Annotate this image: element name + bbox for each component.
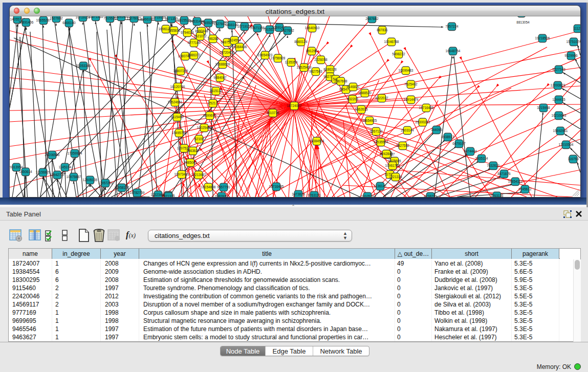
svg-text:1527602: 1527602 [281,29,294,32]
svg-text:7632621: 7632621 [487,164,500,167]
svg-text:10973493: 10973493 [175,172,189,176]
svg-text:19384554: 19384554 [310,139,324,143]
svg-text:16914479: 16914479 [404,98,419,101]
svg-text:10046788: 10046788 [384,40,399,43]
svg-text:7857224: 7857224 [445,25,459,28]
svg-text:3624554: 3624554 [228,38,241,42]
svg-text:10958107: 10958107 [115,186,129,189]
svg-text:8660124: 8660124 [294,40,308,43]
svg-text:1135359: 1135359 [285,60,298,64]
svg-text:18724007: 18724007 [287,104,302,107]
svg-text:9827503: 9827503 [309,70,322,73]
svg-text:15276021: 15276021 [127,16,142,20]
svg-text:9313954: 9313954 [10,165,23,169]
svg-text:7625402: 7625402 [404,82,418,86]
svg-text:20364436: 20364436 [232,45,247,49]
svg-text:25300213: 25300213 [416,120,430,124]
svg-text:19654925: 19654925 [362,119,377,122]
svg-text:6794028: 6794028 [181,31,194,34]
svg-text:8471676: 8471676 [497,172,511,176]
svg-text:4738299: 4738299 [424,194,437,197]
svg-text:8427552: 8427552 [396,144,409,147]
svg-text:2935114: 2935114 [475,157,488,160]
svg-text:6466160: 6466160 [62,21,76,25]
svg-text:10671355: 10671355 [89,16,103,18]
svg-text:12093823: 12093823 [551,83,565,87]
svg-text:832203: 832203 [347,97,358,101]
svg-text:19756928: 19756928 [271,56,286,60]
svg-text:1145194: 1145194 [59,165,72,169]
svg-text:10688609: 10688609 [215,62,230,66]
svg-text:13535594: 13535594 [374,140,388,144]
svg-text:9463627: 9463627 [186,149,200,152]
svg-text:18807249: 18807249 [173,69,188,73]
svg-text:15751074: 15751074 [567,40,580,43]
svg-text:1450614: 1450614 [19,170,32,173]
svg-text:1527602: 1527602 [50,16,63,20]
svg-text:12942737: 12942737 [50,173,65,177]
svg-text:17010504: 17010504 [559,143,574,146]
svg-text:1527602: 1527602 [213,22,227,26]
svg-text:2226058: 2226058 [314,58,328,61]
svg-text:15716485: 15716485 [269,185,284,188]
svg-text:2967608: 2967608 [334,79,347,83]
svg-text:10975887: 10975887 [67,175,81,179]
svg-text:18524651: 18524651 [168,100,183,104]
svg-text:9699695: 9699695 [203,114,216,117]
svg-text:15692961: 15692961 [553,129,568,133]
svg-text:887831: 887831 [377,28,388,32]
svg-text:15495758: 15495758 [172,131,187,135]
svg-text:1362615: 1362615 [355,107,368,111]
svg-text:16210643: 16210643 [552,114,567,117]
svg-text:16648754: 16648754 [446,49,461,53]
svg-text:1221338: 1221338 [389,175,402,179]
svg-text:62100: 62100 [194,137,204,141]
svg-text:1112..: 1112.. [573,27,580,30]
svg-text:1588520: 1588520 [358,91,372,95]
svg-text:7515526: 7515526 [178,18,191,22]
svg-text:7485063: 7485063 [184,161,197,164]
svg-text:0310518: 0310518 [361,194,374,197]
svg-text:2687682: 2687682 [365,17,379,20]
svg-text:7871331: 7871331 [162,194,175,197]
svg-text:17359924: 17359924 [68,151,82,155]
svg-text:9884067: 9884067 [213,76,227,79]
svg-text:10854112: 10854112 [508,180,523,183]
svg-text:8938913: 8938913 [441,135,454,139]
svg-text:9227343: 9227343 [552,68,565,71]
svg-text:17957253: 17957253 [98,181,113,185]
svg-text:9777169: 9777169 [187,41,201,45]
svg-text:9763110: 9763110 [308,193,321,197]
svg-text:1615132: 1615132 [209,89,223,93]
svg-text:20206556: 20206556 [45,153,60,157]
svg-text:8322037: 8322037 [375,96,388,100]
svg-text:3215958: 3215958 [537,106,550,110]
svg-text:9474444: 9474444 [464,149,477,153]
svg-text:19218506: 19218506 [535,36,550,40]
svg-text:7986372: 7986372 [187,53,201,57]
svg-text:16099483: 16099483 [399,69,413,72]
svg-text:15720407: 15720407 [220,51,234,54]
svg-text:16782759: 16782759 [130,191,145,194]
svg-text:20891406: 20891406 [19,20,34,24]
svg-text:1010738: 1010738 [266,111,279,115]
svg-text:3763116: 3763116 [491,194,504,197]
svg-text:13525419: 13525419 [297,65,312,69]
svg-text:20053346: 20053346 [76,64,91,68]
svg-text:116753: 116753 [568,157,579,161]
svg-text:16120746: 16120746 [170,85,185,89]
svg-text:0983930: 0983930 [215,194,228,197]
svg-text:891295: 891295 [306,49,317,53]
svg-text:7955812: 7955812 [167,29,181,32]
svg-text:746266: 746266 [207,37,219,40]
svg-text:3267110: 3267110 [370,129,383,133]
svg-text:1136141: 1136141 [374,184,387,188]
svg-text:12505135: 12505135 [83,178,98,182]
svg-text:9146821: 9146821 [346,85,360,89]
svg-text:6466160: 6466160 [225,23,238,27]
svg-text:10655287: 10655287 [36,18,51,22]
svg-text:1244415: 1244415 [552,98,565,101]
svg-text:9671355: 9671355 [165,17,178,20]
svg-text:2603144: 2603144 [401,128,414,132]
svg-text:12213987: 12213987 [191,173,206,177]
